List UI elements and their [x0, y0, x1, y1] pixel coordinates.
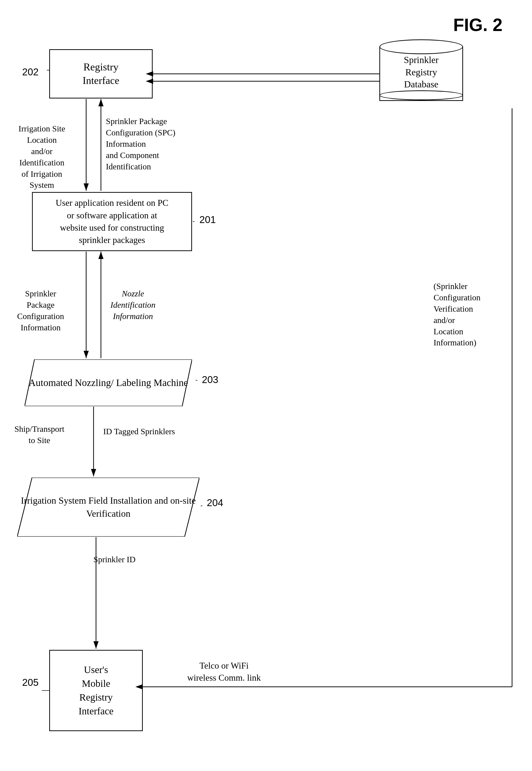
sprinkler-db-label: Sprinkler Registry Database [404, 54, 438, 93]
ref-201: 201 [199, 214, 216, 225]
nozzling-label: Automated Nozzling/ Labeling Machine [25, 359, 192, 406]
irrigation-field-label: Irrigation System Field Installation and… [17, 478, 199, 537]
id-tagged-label: ID Tagged Sprinklers [96, 426, 182, 437]
sprinkler-pkg-config-label: Sprinkler Package Configuration Informat… [7, 288, 74, 333]
spc-info-label: Sprinkler Package Configuration (SPC) In… [106, 116, 199, 172]
sprinkler-config-verification-label: (Sprinkler Configuration Verification an… [434, 281, 517, 348]
telco-wifi-label: Telco or WiFi wireless Comm. link [172, 660, 276, 684]
sprinkler-registry-db: Sprinkler Registry Database [379, 39, 463, 101]
ref-205: 205 [22, 677, 39, 688]
ref-204: 204 [207, 497, 223, 508]
sprinkler-id-label: Sprinkler ID [84, 554, 145, 565]
ref-203: 203 [202, 374, 218, 385]
ship-transport-label: Ship/Transport to Site [7, 423, 71, 446]
registry-interface-box: Registry Interface [49, 49, 153, 98]
mobile-registry-box: User's Mobile Registry Interface [49, 650, 143, 731]
figure-label: FIG. 2 [453, 15, 502, 35]
irrigation-field-box: Irrigation System Field Installation and… [17, 478, 199, 537]
cylinder-top [379, 39, 463, 54]
cylinder-body: Sprinkler Registry Database [379, 47, 463, 101]
automated-nozzling-box: Automated Nozzling/ Labeling Machine [25, 359, 192, 406]
mobile-registry-label: User's Mobile Registry Interface [79, 663, 113, 718]
registry-interface-label: Registry Interface [82, 60, 119, 87]
user-app-box: User application resident on PC or softw… [32, 192, 192, 251]
user-app-label: User application resident on PC or softw… [56, 197, 168, 246]
ref-202: 202 [22, 66, 39, 78]
irrigation-site-location-label: Irrigation Site Location and/or Identifi… [7, 123, 76, 191]
nozzle-id-label: Nozzle Identification Information [96, 288, 170, 322]
